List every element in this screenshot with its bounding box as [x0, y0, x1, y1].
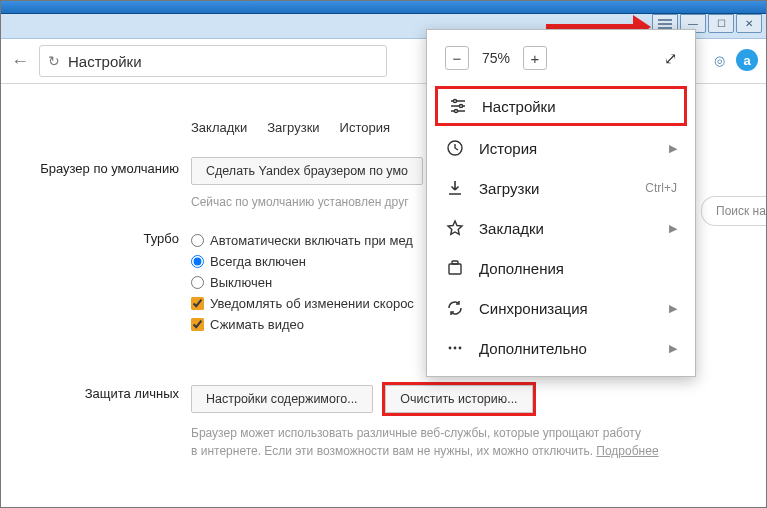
star-icon	[445, 218, 465, 238]
browser-window: — ☐ ✕ ← ↻ Настройки ⚙ ◎ a Поиск на Закла…	[0, 0, 767, 508]
download-icon	[445, 178, 465, 198]
menu-label: Дополнения	[479, 260, 564, 277]
menu-more[interactable]: Дополнительно ▶	[427, 328, 695, 368]
clock-icon	[445, 138, 465, 158]
menu-label: Синхронизация	[479, 300, 588, 317]
settings-search[interactable]: Поиск на	[701, 196, 766, 226]
clear-history-button[interactable]: Очистить историю...	[385, 385, 532, 413]
main-menu-dropdown: − 75% + ⤢ Настройки История ▶	[426, 29, 696, 377]
svg-rect-5	[452, 261, 458, 264]
menu-sync[interactable]: Синхронизация ▶	[427, 288, 695, 328]
tab-history[interactable]: История	[340, 120, 390, 135]
zoom-level: 75%	[479, 50, 513, 66]
content-settings-button[interactable]: Настройки содержимого...	[191, 385, 373, 413]
window-titlebar	[1, 1, 766, 14]
page-title: Настройки	[68, 53, 142, 70]
addons-icon	[445, 258, 465, 278]
steering-icon[interactable]: ◎	[708, 49, 730, 71]
close-button[interactable]: ✕	[736, 14, 762, 33]
tab-downloads[interactable]: Загрузки	[267, 120, 319, 135]
settings-highlight: Настройки	[435, 86, 687, 126]
tab-bookmarks[interactable]: Закладки	[191, 120, 247, 135]
menu-settings[interactable]: Настройки	[448, 96, 674, 116]
chevron-right-icon: ▶	[669, 222, 677, 235]
make-default-button[interactable]: Сделать Yandex браузером по умо	[191, 157, 423, 185]
clear-history-highlight: Очистить историю...	[382, 382, 535, 416]
extension-icons: ◎ a	[708, 49, 758, 71]
menu-downloads[interactable]: Загрузки Ctrl+J	[427, 168, 695, 208]
zoom-out-button[interactable]: −	[445, 46, 469, 70]
zoom-row: − 75% + ⤢	[427, 40, 695, 84]
address-bar[interactable]: ↻ Настройки	[39, 45, 387, 77]
chevron-right-icon: ▶	[669, 342, 677, 355]
section-label: Турбо	[1, 227, 191, 338]
section-label: Защита личных	[1, 382, 191, 460]
maximize-button[interactable]: ☐	[708, 14, 734, 33]
svg-point-1	[459, 104, 462, 107]
dots-icon	[445, 338, 465, 358]
menu-label: Настройки	[482, 98, 556, 115]
privacy-more-link[interactable]: Подробнее	[596, 444, 658, 458]
menu-label: История	[479, 140, 537, 157]
menu-addons[interactable]: Дополнения	[427, 248, 695, 288]
back-button[interactable]: ←	[9, 50, 31, 72]
fullscreen-button[interactable]: ⤢	[664, 49, 677, 68]
svg-point-6	[449, 347, 452, 350]
svg-point-0	[453, 99, 456, 102]
svg-point-2	[454, 109, 457, 112]
reload-icon[interactable]: ↻	[48, 53, 60, 69]
menu-history[interactable]: История ▶	[427, 128, 695, 168]
menu-shortcut: Ctrl+J	[645, 181, 677, 195]
zoom-in-button[interactable]: +	[523, 46, 547, 70]
privacy-hint: Браузер может использовать различные веб…	[191, 424, 746, 460]
chevron-right-icon: ▶	[669, 302, 677, 315]
sliders-icon	[448, 96, 468, 116]
section-label: Браузер по умолчанию	[1, 157, 191, 211]
svg-point-8	[459, 347, 462, 350]
svg-point-7	[454, 347, 457, 350]
settings-search-placeholder: Поиск на	[716, 204, 766, 218]
menu-bookmarks[interactable]: Закладки ▶	[427, 208, 695, 248]
extension-a-icon[interactable]: a	[736, 49, 758, 71]
menu-label: Дополнительно	[479, 340, 587, 357]
svg-rect-4	[449, 264, 461, 274]
menu-label: Закладки	[479, 220, 544, 237]
menu-label: Загрузки	[479, 180, 539, 197]
section-privacy: Защита личных Настройки содержимого... О…	[1, 372, 766, 466]
chevron-right-icon: ▶	[669, 142, 677, 155]
sync-icon	[445, 298, 465, 318]
